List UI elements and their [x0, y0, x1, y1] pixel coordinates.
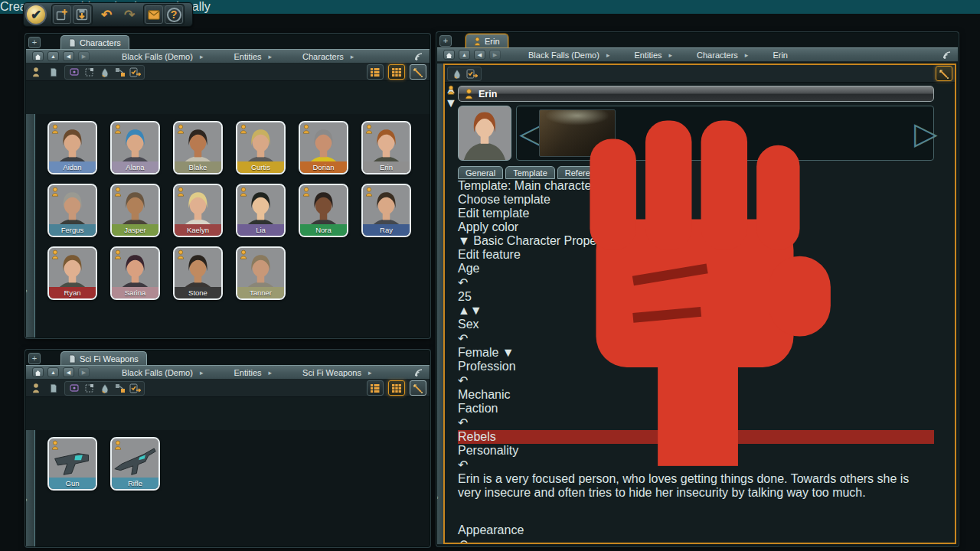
help-button[interactable]: ?: [165, 5, 183, 24]
character-card[interactable]: Blake: [173, 121, 223, 174]
breadcrumb-entities[interactable]: Entities: [631, 51, 665, 60]
navigator-collapse-strip[interactable]: ▼ Show navigator ▼: [26, 430, 35, 546]
magic-wand-button[interactable]: [410, 64, 426, 80]
document-icon[interactable]: [47, 66, 60, 78]
weapon-card[interactable]: Gun: [47, 437, 97, 491]
tab-label: Characters: [80, 38, 121, 47]
new-tab-button[interactable]: +: [439, 35, 452, 47]
characters-toolbar: [26, 64, 430, 81]
back-button[interactable]: ◀: [63, 367, 74, 377]
character-card[interactable]: Kaelyn: [173, 184, 223, 237]
character-card[interactable]: Jasper: [110, 184, 160, 237]
weapons-panel: + Sci Fi Weapons ▲ ◀ ▶ Black Falls (Demo…: [25, 350, 430, 547]
template-icon[interactable]: [67, 66, 80, 78]
magic-wand-button[interactable]: [410, 380, 426, 396]
grid-view-button[interactable]: [388, 380, 405, 396]
template-icon[interactable]: [67, 382, 80, 394]
breadcrumb-project[interactable]: Black Falls (Demo): [119, 368, 196, 377]
breadcrumb-project[interactable]: Black Falls (Demo): [119, 52, 196, 61]
tab-sci-fi-weapons[interactable]: Sci Fi Weapons: [60, 351, 147, 365]
navigator-collapse-strip[interactable]: ▼ Show navigator ▼: [26, 114, 35, 337]
new-tab-button[interactable]: +: [28, 353, 41, 364]
entity-pin-icon: [240, 124, 247, 134]
connections-icon[interactable]: [113, 382, 126, 394]
character-card[interactable]: Aidan: [47, 121, 97, 174]
character-card[interactable]: Sarina: [110, 246, 160, 300]
up-button[interactable]: ▲: [459, 50, 470, 60]
undo-button[interactable]: ↶: [97, 5, 116, 24]
frame-icon[interactable]: [83, 382, 96, 394]
articy-logo-icon[interactable]: ✔: [25, 4, 47, 25]
character-name-label: Blake: [175, 161, 221, 173]
reset-appearance-button[interactable]: ↶: [458, 537, 934, 543]
forward-button[interactable]: ▶: [489, 50, 501, 60]
character-card[interactable]: Fergus: [47, 184, 97, 237]
character-card[interactable]: Nora: [299, 184, 348, 237]
breadcrumb-project[interactable]: Black Falls (Demo): [525, 51, 603, 60]
character-card[interactable]: Tanner: [236, 246, 286, 300]
character-card[interactable]: Ryan: [47, 246, 97, 300]
list-view-button[interactable]: [367, 64, 384, 80]
fist-icon: [445, 83, 945, 478]
breadcrumb-erin[interactable]: Erin: [769, 51, 791, 60]
add-button[interactable]: [53, 5, 71, 24]
character-card[interactable]: Stone: [173, 246, 223, 300]
home-button[interactable]: [32, 51, 44, 61]
entity-pin-icon: [240, 249, 247, 259]
breadcrumb-characters[interactable]: Characters: [299, 52, 347, 61]
forward-button[interactable]: ▶: [78, 51, 90, 61]
character-card[interactable]: Alana: [110, 121, 160, 174]
character-card[interactable]: Erin: [361, 121, 411, 174]
character-card[interactable]: Dorian: [299, 121, 348, 174]
mail-button[interactable]: [145, 5, 163, 24]
checkmark-arrow-icon[interactable]: [129, 66, 142, 78]
weapon-card[interactable]: Rifle: [110, 437, 160, 491]
entity-icon[interactable]: [29, 382, 42, 394]
up-button[interactable]: ▲: [47, 367, 59, 377]
grid-view-button[interactable]: [388, 64, 405, 80]
tab-characters[interactable]: Characters: [60, 35, 129, 49]
entity-icon[interactable]: [29, 66, 42, 78]
frame-icon[interactable]: [83, 66, 96, 78]
list-view-button[interactable]: [367, 380, 384, 396]
save-button[interactable]: [73, 5, 91, 24]
character-card[interactable]: Lia: [236, 184, 286, 237]
color-drop-icon[interactable]: [98, 382, 111, 394]
color-drop-icon[interactable]: [450, 67, 463, 80]
new-tab-button[interactable]: +: [28, 37, 41, 48]
home-button[interactable]: [443, 50, 455, 60]
weapons-content: ▼ Show navigator ▼ Gun Rifle: [26, 430, 430, 546]
entity-pin-icon: [114, 124, 122, 134]
breadcrumb-weapons[interactable]: Sci Fi Weapons: [299, 368, 364, 377]
breadcrumb-entities[interactable]: Entities: [230, 368, 264, 377]
breadcrumb-characters[interactable]: Characters: [694, 51, 741, 60]
magic-wand-button[interactable]: [936, 66, 952, 81]
document-icon[interactable]: [47, 382, 60, 394]
faction-card[interactable]: Rebels: [458, 430, 934, 444]
detail-toolbar: [445, 65, 955, 83]
color-drop-icon[interactable]: [98, 66, 111, 78]
back-button[interactable]: ◀: [63, 51, 74, 61]
personality-textarea[interactable]: Erin is a very focused person, who loves…: [458, 472, 934, 523]
entity-pin-icon: [51, 124, 59, 134]
back-button[interactable]: ◀: [474, 50, 485, 60]
home-button[interactable]: [32, 367, 44, 377]
up-button[interactable]: ▲: [47, 51, 59, 61]
character-name-label: Lia: [237, 224, 284, 236]
character-card[interactable]: Curtis: [236, 121, 286, 174]
redo-button[interactable]: ↷: [120, 5, 139, 24]
rss-icon[interactable]: [414, 368, 423, 377]
forward-button[interactable]: ▶: [78, 367, 90, 377]
character-card[interactable]: Ray: [361, 184, 411, 237]
character-name-label: Stone: [175, 287, 221, 298]
breadcrumb-separator: ▸: [669, 51, 673, 59]
checkmark-arrow-icon[interactable]: [129, 382, 142, 394]
connections-icon[interactable]: [113, 66, 126, 78]
checkmark-arrow-icon[interactable]: [466, 67, 479, 80]
breadcrumb-entities[interactable]: Entities: [230, 52, 264, 61]
rss-icon[interactable]: [942, 51, 952, 60]
tab-erin[interactable]: Erin: [466, 34, 508, 47]
rss-icon[interactable]: [414, 52, 423, 61]
character-grid: Aidan Alana Blake: [35, 114, 430, 337]
file-button-group: [51, 4, 93, 25]
